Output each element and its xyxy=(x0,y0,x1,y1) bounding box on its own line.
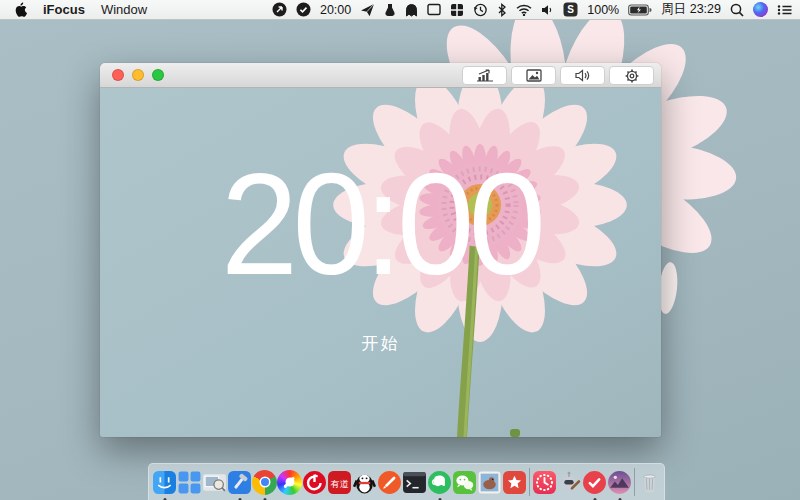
dock-blue-grid-app-icon[interactable] xyxy=(177,470,202,495)
dock-ifocus-app-icon[interactable] xyxy=(532,470,557,495)
settings-button[interactable] xyxy=(609,66,654,85)
s-app-icon[interactable]: S xyxy=(563,0,578,20)
apple-menu-icon[interactable] xyxy=(14,2,27,17)
svg-text:有道: 有道 xyxy=(330,478,349,488)
timer-check-icon[interactable] xyxy=(296,0,311,20)
flask-icon[interactable] xyxy=(384,0,396,20)
wifi-icon[interactable] xyxy=(516,0,532,20)
dock-separator xyxy=(634,468,635,496)
window-titlebar[interactable] xyxy=(100,63,661,88)
dock-red-check-app-icon[interactable] xyxy=(582,470,607,495)
window-content: 20:00 开始 xyxy=(100,88,661,437)
dock-youdao-dict-icon[interactable]: 有道 xyxy=(327,470,352,495)
minimize-button[interactable] xyxy=(132,69,144,81)
dock-wechat-icon[interactable] xyxy=(452,470,477,495)
dock-qq-icon[interactable] xyxy=(352,470,377,495)
menu-item-window[interactable]: Window xyxy=(101,2,147,17)
battery-icon[interactable] xyxy=(628,0,652,20)
timer-display: 20:00 xyxy=(111,152,650,297)
focus-compass-icon[interactable] xyxy=(272,0,287,20)
window-toolbar xyxy=(462,66,654,85)
dock-terminal-icon[interactable] xyxy=(402,470,427,495)
start-button[interactable]: 开始 xyxy=(100,332,661,355)
sound-button[interactable] xyxy=(560,66,605,85)
gear-icon xyxy=(625,69,639,83)
spotlight-icon[interactable] xyxy=(730,0,744,20)
battery-percent-text[interactable]: 100% xyxy=(587,0,619,20)
dock-wunderlist-icon[interactable] xyxy=(502,470,527,495)
dock-separator xyxy=(529,468,530,496)
dock-xcode-icon[interactable] xyxy=(227,470,252,495)
dock-evernote-icon[interactable] xyxy=(427,470,452,495)
dock-purple-mountain-app-icon[interactable] xyxy=(607,470,632,495)
zoom-button[interactable] xyxy=(152,69,164,81)
ifocus-window: 20:00 开始 xyxy=(100,63,661,437)
close-button[interactable] xyxy=(112,69,124,81)
dock-photo-preview-app-icon[interactable] xyxy=(477,470,502,495)
notification-list-icon[interactable] xyxy=(777,0,792,20)
dock-automator-icon[interactable] xyxy=(557,470,582,495)
svg-text:S: S xyxy=(567,4,574,15)
menu-app-name[interactable]: iFocus xyxy=(43,2,85,17)
dock-orange-pen-app-icon[interactable] xyxy=(377,470,402,495)
image-icon xyxy=(526,69,542,82)
paper-plane-icon[interactable] xyxy=(360,0,375,20)
dock-color-picker-app-icon[interactable] xyxy=(277,470,302,495)
grid-input-icon[interactable] xyxy=(450,0,464,20)
dock-chrome-icon[interactable] xyxy=(252,470,277,495)
dock-netease-music-icon[interactable] xyxy=(302,470,327,495)
dock-finder-icon[interactable] xyxy=(152,470,177,495)
dock-screenshot-viewer-app-icon[interactable] xyxy=(202,470,227,495)
statistics-button[interactable] xyxy=(462,66,507,85)
speaker-icon xyxy=(575,69,591,82)
background-button[interactable] xyxy=(511,66,556,85)
siri-icon[interactable] xyxy=(753,0,768,20)
menu-bar-status-area: 20:00S100%周日 23:29 xyxy=(272,0,800,20)
menubar-timer-text[interactable]: 20:00 xyxy=(320,0,351,20)
dock: 有道 xyxy=(148,463,665,500)
stats-icon xyxy=(476,69,494,82)
ghost-icon[interactable] xyxy=(405,0,418,20)
bluetooth-icon[interactable] xyxy=(497,0,507,20)
history-clock-icon[interactable] xyxy=(473,0,488,20)
volume-icon[interactable] xyxy=(541,0,554,20)
dock-trash-icon[interactable] xyxy=(637,470,662,495)
menu-bar: iFocus Window 20:00S100%周日 23:29 xyxy=(0,0,800,20)
menubar-clock-text[interactable]: 周日 23:29 xyxy=(661,0,721,20)
window-outline-icon[interactable] xyxy=(427,0,441,20)
